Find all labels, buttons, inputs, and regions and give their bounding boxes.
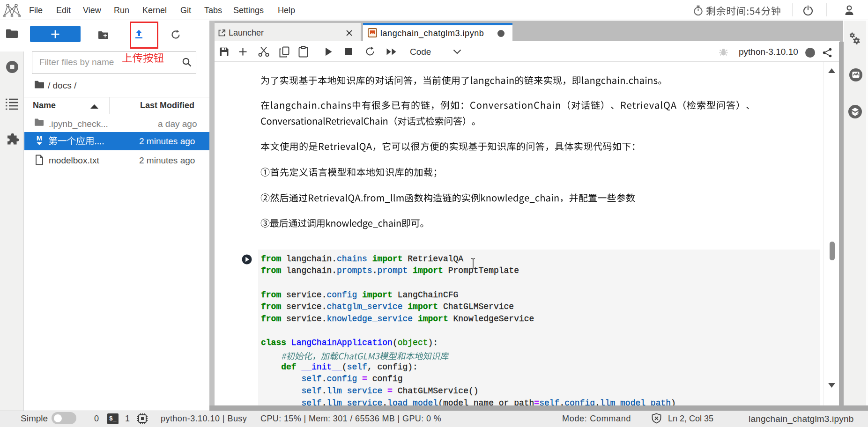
svg-text:M: M [37,134,43,142]
